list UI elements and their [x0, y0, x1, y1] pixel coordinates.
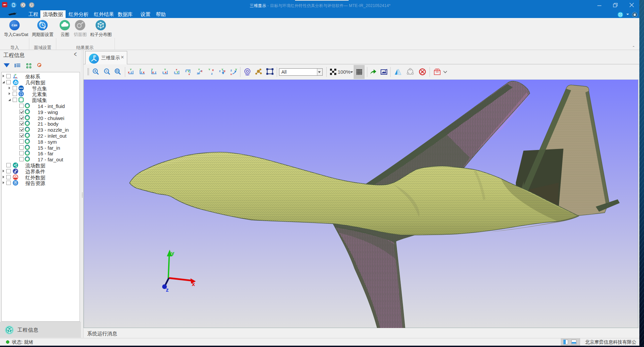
svg-text:Y: Y: [140, 68, 142, 71]
svg-text:z: z: [211, 72, 213, 75]
svg-text:x: x: [212, 68, 214, 72]
svg-text:z: z: [131, 71, 132, 74]
svg-text:Y: Y: [151, 68, 153, 71]
svg-text:x: x: [176, 68, 177, 71]
svg-text:z: z: [185, 69, 187, 73]
svg-text:Y: Y: [208, 68, 210, 71]
svg-text:x: x: [192, 281, 195, 287]
svg-text:y: y: [171, 250, 174, 256]
svg-text:z: z: [13, 76, 14, 79]
svg-text:Y: Y: [164, 68, 166, 71]
svg-text:x: x: [188, 73, 190, 75]
svg-text:z: z: [166, 287, 169, 293]
svg-text:x: x: [152, 71, 154, 74]
svg-text:z: z: [174, 71, 175, 74]
svg-text:x: x: [165, 71, 166, 74]
svg-text:z: z: [155, 71, 157, 74]
svg-text:x: x: [143, 71, 145, 74]
svg-text:z: z: [141, 71, 142, 74]
svg-text:x: x: [15, 76, 17, 79]
svg-text:x: x: [128, 71, 130, 74]
svg-text:Y: Y: [130, 68, 132, 71]
svg-text:z: z: [162, 71, 164, 74]
svg-text:Y: Y: [176, 71, 178, 74]
